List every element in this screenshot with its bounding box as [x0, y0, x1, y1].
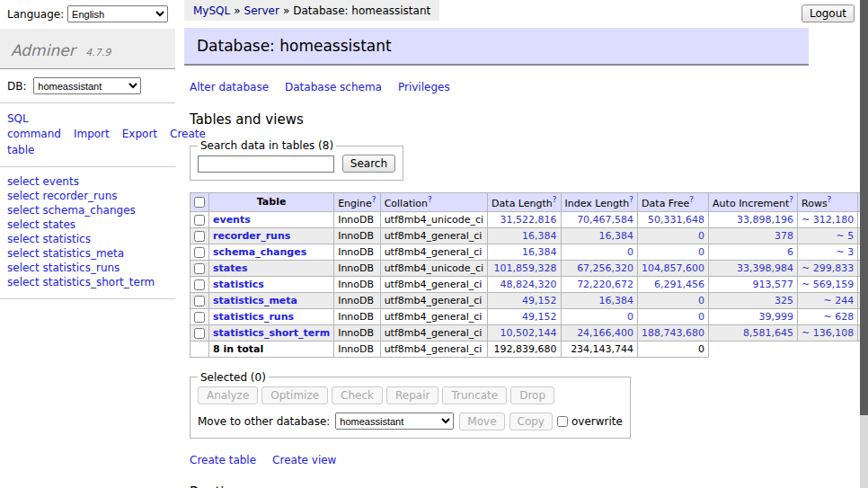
row-checkbox-statistics_meta[interactable]	[194, 296, 205, 306]
help-link[interactable]: ?	[372, 195, 376, 204]
help-link[interactable]: ?	[553, 195, 557, 204]
data-length-link[interactable]: 48,824,320	[500, 279, 557, 290]
rows-count-link[interactable]: ~ 244	[823, 295, 854, 306]
scrollbar-thumb[interactable]	[860, 0, 868, 415]
table-link-events[interactable]: events	[213, 214, 251, 226]
breadcrumb-server[interactable]: Server	[244, 4, 279, 17]
auto-increment-link[interactable]: 325	[775, 295, 793, 306]
sidebar-action-export[interactable]: Export	[122, 128, 157, 140]
index-length-link[interactable]: 24,166,400	[577, 327, 633, 339]
data-length-link[interactable]: 16,384	[522, 246, 557, 258]
table-link-statistics_meta[interactable]: statistics_meta	[213, 295, 297, 306]
index-length-link[interactable]: 70,467,584	[577, 214, 633, 226]
move-database-select[interactable]: homeassistant	[335, 413, 454, 430]
help-link[interactable]: ?	[689, 195, 694, 204]
row-checkbox-schema_changes[interactable]	[194, 247, 205, 258]
data-length-link[interactable]: 31,522,816	[500, 214, 557, 226]
table-link-recorder_runs[interactable]: recorder_runs	[213, 230, 290, 242]
select-all-checkbox[interactable]	[194, 197, 205, 208]
row-checkbox-statistics_short_term[interactable]	[194, 328, 205, 339]
data-free-link[interactable]: 104,857,600	[642, 262, 704, 274]
data-free-link[interactable]: 0	[698, 311, 704, 323]
alter-database-link[interactable]: Alter database	[190, 81, 269, 93]
logout-button[interactable]: Logout	[802, 4, 855, 22]
sidebar-select-statistics-short-term-link[interactable]: select statistics_short_term	[7, 276, 168, 290]
help-link[interactable]: ?	[828, 195, 832, 204]
table-link-schema_changes[interactable]: schema_changes	[213, 246, 306, 258]
index-length-link[interactable]: 72,220,672	[577, 279, 633, 290]
db-select[interactable]: homeassistant	[33, 77, 141, 94]
sidebar-select-events-link[interactable]: select events	[7, 175, 168, 190]
auto-increment-link[interactable]: 6	[787, 246, 793, 258]
adminer-brand[interactable]: Adminer	[11, 41, 75, 59]
language-select[interactable]: English	[67, 5, 168, 22]
table-link-statistics_runs[interactable]: statistics_runs	[213, 311, 294, 323]
sidebar-select-schema-changes-link[interactable]: select schema_changes	[7, 204, 168, 218]
table-link-statistics[interactable]: statistics	[213, 279, 264, 290]
row-checkbox-statistics_runs[interactable]	[194, 312, 205, 323]
page-scrollbar[interactable]	[860, 0, 868, 488]
auto-increment-link[interactable]: 378	[775, 230, 793, 242]
privileges-link[interactable]: Privileges	[398, 81, 450, 93]
row-checkbox-events[interactable]	[194, 215, 205, 226]
create-view-link[interactable]: Create view	[272, 454, 336, 466]
table-link-states[interactable]: states	[213, 262, 248, 274]
row-checkbox-states[interactable]	[194, 263, 205, 274]
move-button[interactable]: Move	[459, 413, 504, 430]
copy-button[interactable]: Copy	[509, 413, 553, 430]
breadcrumb-mysql[interactable]: MySQL	[193, 4, 230, 17]
data-free-link[interactable]: 0	[698, 295, 704, 306]
truncate-button[interactable]: Truncate	[442, 386, 507, 404]
search-button[interactable]: Search	[342, 155, 395, 173]
sidebar-select-statistics-runs-link[interactable]: select statistics_runs	[7, 262, 168, 276]
help-link[interactable]: ?	[629, 195, 633, 204]
data-length-link[interactable]: 49,152	[522, 295, 557, 306]
sidebar-select-states-link[interactable]: select states	[7, 218, 168, 233]
data-free-link[interactable]: 50,331,648	[648, 214, 704, 226]
create-table-link[interactable]: Create table	[190, 454, 256, 466]
index-length-link[interactable]: 16,384	[599, 295, 634, 306]
search-input[interactable]	[198, 155, 334, 173]
optimize-button[interactable]: Optimize	[261, 386, 328, 404]
table-link-statistics_short_term[interactable]: statistics_short_term	[213, 327, 330, 339]
auto-increment-link[interactable]: 8,581,645	[743, 327, 793, 339]
data-length-link[interactable]: 10,502,144	[500, 327, 557, 339]
rows-count-link[interactable]: ~ 5	[836, 230, 854, 242]
sidebar-action-import[interactable]: Import	[74, 128, 110, 140]
rows-count-link[interactable]: ~ 312,180	[802, 214, 854, 226]
rows-count-link[interactable]: ~ 136,108	[802, 327, 854, 339]
rows-count-link[interactable]: ~ 3	[836, 246, 854, 258]
data-free-link[interactable]: 0	[698, 246, 704, 258]
auto-increment-link[interactable]: 33,398,984	[737, 262, 793, 274]
data-free-link[interactable]: 188,743,680	[642, 327, 704, 339]
auto-increment-link[interactable]: 913,577	[753, 279, 794, 290]
overwrite-checkbox[interactable]	[557, 416, 568, 427]
sidebar-action-sql-command[interactable]: SQL command	[7, 112, 61, 140]
sidebar-select-statistics-link[interactable]: select statistics	[7, 233, 168, 247]
index-length-link[interactable]: 16,384	[599, 230, 634, 242]
data-free-link[interactable]: 6,291,456	[654, 279, 704, 290]
index-length-link[interactable]: 67,256,320	[577, 262, 633, 274]
help-link[interactable]: ?	[428, 195, 432, 204]
database-schema-link[interactable]: Database schema	[285, 81, 382, 93]
row-checkbox-statistics[interactable]	[194, 279, 205, 290]
rows-count-link[interactable]: ~ 628	[823, 311, 854, 323]
sidebar-select-recorder-runs-link[interactable]: select recorder_runs	[7, 190, 168, 204]
index-length-link[interactable]: 0	[627, 246, 633, 258]
check-button[interactable]: Check	[332, 386, 383, 404]
data-free-link[interactable]: 0	[698, 230, 704, 242]
sidebar-select-statistics-meta-link[interactable]: select statistics_meta	[7, 247, 168, 262]
drop-button[interactable]: Drop	[510, 386, 554, 404]
rows-count-link[interactable]: ~ 569,159	[802, 279, 854, 290]
index-length-link[interactable]: 0	[627, 311, 633, 323]
auto-increment-link[interactable]: 33,898,196	[737, 214, 793, 226]
repair-button[interactable]: Repair	[386, 386, 438, 404]
data-length-link[interactable]: 49,152	[522, 311, 557, 323]
rows-count-link[interactable]: ~ 299,833	[802, 262, 854, 274]
row-checkbox-recorder_runs[interactable]	[194, 231, 205, 242]
auto-increment-link[interactable]: 39,999	[759, 311, 794, 323]
data-length-link[interactable]: 16,384	[522, 230, 557, 242]
analyze-button[interactable]: Analyze	[198, 386, 258, 404]
data-length-link[interactable]: 101,859,328	[494, 262, 557, 274]
help-link[interactable]: ?	[789, 195, 793, 204]
